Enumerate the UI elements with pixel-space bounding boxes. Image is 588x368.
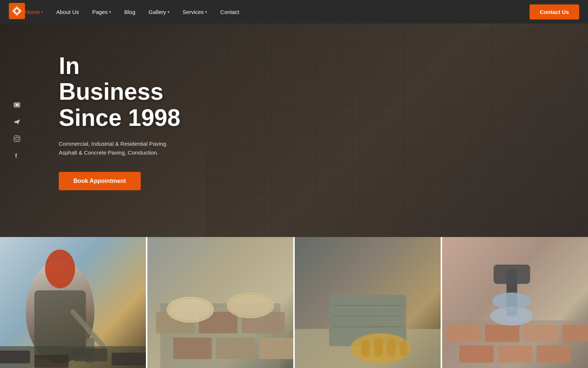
svg-rect-51 [562, 325, 588, 342]
navbar: Home ▾ About Us Pages ▾ Blog Gallery ▾ S… [0, 0, 588, 24]
svg-rect-45 [400, 341, 408, 357]
svg-rect-48 [447, 325, 481, 342]
hero-content: In Business Since 1998 Commercial, Indus… [0, 24, 228, 212]
svg-point-10 [18, 137, 19, 138]
svg-rect-30 [259, 337, 293, 359]
svg-rect-50 [524, 325, 558, 342]
svg-text:f: f [15, 153, 17, 159]
facebook-icon[interactable]: f [12, 151, 22, 161]
svg-point-31 [167, 297, 214, 322]
social-sidebar: f [12, 100, 22, 161]
svg-rect-8 [14, 136, 20, 142]
youtube-icon[interactable] [12, 100, 22, 110]
svg-rect-19 [0, 350, 30, 363]
pages-chevron-icon: ▾ [109, 10, 111, 14]
svg-rect-44 [387, 339, 395, 357]
svg-rect-42 [361, 340, 370, 357]
svg-point-14 [45, 250, 75, 288]
gallery-chevron-icon: ▾ [168, 10, 169, 14]
gallery-strip [0, 237, 588, 368]
gallery-item-3[interactable] [293, 237, 441, 368]
services-chevron-icon: ▾ [205, 10, 207, 14]
svg-rect-53 [498, 345, 532, 362]
home-chevron-icon: ▾ [41, 10, 43, 14]
nav-link-contact[interactable]: Contact [220, 9, 239, 15]
telegram-icon[interactable] [12, 117, 22, 127]
svg-rect-22 [112, 353, 146, 365]
svg-point-32 [227, 293, 274, 318]
gallery-item-2[interactable] [146, 237, 293, 368]
contact-us-button[interactable]: Contact Us [530, 4, 579, 20]
svg-rect-49 [485, 325, 519, 342]
hero-title: In Business Since 1998 [59, 53, 184, 131]
svg-rect-56 [494, 265, 530, 284]
hero-section: f In Business Since 1998 Commercial, Ind… [0, 24, 588, 237]
nav-link-blog[interactable]: Blog [124, 9, 135, 15]
hero-subtitle: Commercial, Industrial & Residential Pav… [59, 139, 184, 157]
nav-link-services[interactable]: Services ▾ [183, 9, 207, 15]
book-appointment-button[interactable]: Book Appointment [59, 172, 141, 190]
svg-rect-20 [34, 355, 68, 368]
svg-rect-29 [216, 337, 255, 359]
nav-link-about[interactable]: About Us [56, 9, 79, 15]
nav-link-gallery[interactable]: Gallery ▾ [148, 9, 169, 15]
logo[interactable] [9, 3, 25, 21]
nav-links: Home ▾ About Us Pages ▾ Blog Gallery ▾ S… [25, 9, 530, 15]
gallery-item-1[interactable] [0, 237, 146, 368]
svg-rect-28 [173, 337, 212, 359]
svg-rect-21 [73, 348, 107, 361]
svg-rect-54 [537, 345, 571, 362]
gallery-item-4[interactable] [441, 237, 588, 368]
svg-point-58 [492, 293, 531, 310]
svg-point-9 [15, 137, 18, 140]
instagram-icon[interactable] [12, 134, 22, 144]
nav-link-pages[interactable]: Pages ▾ [92, 9, 111, 15]
svg-rect-52 [459, 345, 494, 362]
svg-marker-7 [14, 120, 20, 124]
nav-link-home[interactable]: Home ▾ [25, 9, 43, 15]
svg-rect-43 [374, 337, 383, 357]
